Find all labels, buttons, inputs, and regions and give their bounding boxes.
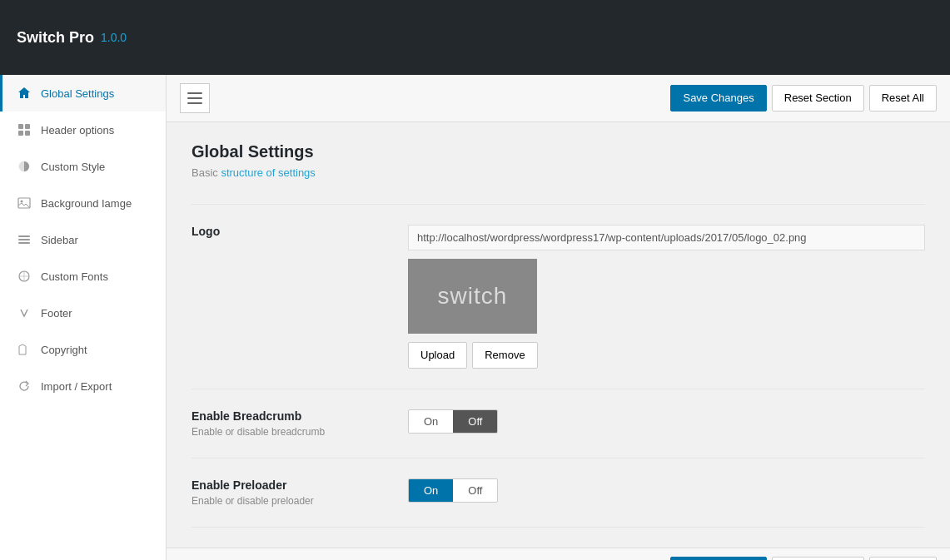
svg-rect-12 xyxy=(187,92,202,94)
sidebar-item-header-options[interactable]: Header options xyxy=(0,112,166,148)
sidebar-label-sidebar: Sidebar xyxy=(41,234,78,246)
lines-icon xyxy=(16,231,32,248)
svg-point-6 xyxy=(21,201,23,203)
reset-all-button-bottom[interactable]: Reset All xyxy=(869,557,937,560)
sidebar-label-custom-style: Custom Style xyxy=(41,161,105,173)
sidebar-label-custom-fonts: Custom Fonts xyxy=(41,270,108,283)
copyright-icon xyxy=(16,341,32,358)
preloader-off-button[interactable]: Off xyxy=(453,479,497,502)
logo-preview-text: switch xyxy=(438,283,508,310)
svg-rect-2 xyxy=(18,131,23,136)
svg-rect-3 xyxy=(25,131,30,136)
sidebar-label-footer: Footer xyxy=(41,307,72,320)
sidebar-label-import-export: Import / Export xyxy=(41,380,112,393)
preloader-setting-row: Enable Preloader Enable or disable prelo… xyxy=(191,458,925,528)
breadcrumb-label: Enable Breadcrumb xyxy=(191,409,408,423)
breadcrumb-label-col: Enable Breadcrumb Enable or disable brea… xyxy=(191,409,408,438)
reset-all-button-top[interactable]: Reset All xyxy=(869,85,937,112)
layout: Global Settings Header options xyxy=(0,75,950,560)
preloader-desc-text: Enable or disable preloader xyxy=(191,495,314,507)
sidebar-item-global-settings[interactable]: Global Settings xyxy=(0,75,166,112)
preloader-label: Enable Preloader xyxy=(191,478,408,492)
logo-preview: switch xyxy=(408,259,537,334)
sidebar-item-custom-fonts[interactable]: Custom Fonts xyxy=(0,258,166,295)
svg-rect-1 xyxy=(25,124,30,129)
svg-marker-11 xyxy=(19,344,26,354)
logo-url-input[interactable] xyxy=(408,225,925,250)
preloader-desc: Enable or disable preloader xyxy=(191,495,408,507)
circle-half-icon xyxy=(16,158,32,175)
logo-setting-row: Logo switch Upload Remove xyxy=(191,205,925,389)
settings-section: Logo switch Upload Remove xyxy=(191,204,925,528)
sidebar-item-import-export[interactable]: Import / Export xyxy=(0,368,166,404)
sidebar-item-copyright[interactable]: Copyright xyxy=(0,331,166,368)
sidebar-label-global-settings: Global Settings xyxy=(41,87,114,100)
preloader-control: On Off xyxy=(408,478,925,503)
preloader-label-col: Enable Preloader Enable or disable prelo… xyxy=(191,478,408,507)
subtitle-text: Basic xyxy=(191,166,221,179)
save-changes-button-bottom[interactable]: Save Changes xyxy=(670,557,766,560)
topbar: Switch Pro 1.0.0 xyxy=(0,0,950,75)
breadcrumb-on-button[interactable]: On xyxy=(409,410,453,433)
reset-section-button-bottom[interactable]: Reset Section xyxy=(772,557,864,560)
save-changes-button-top[interactable]: Save Changes xyxy=(670,85,766,112)
sidebar-label-background-image: Background Iamge xyxy=(41,197,132,210)
svg-rect-14 xyxy=(187,102,202,104)
logo-label-col: Logo xyxy=(191,225,408,241)
sidebar-label-copyright: Copyright xyxy=(41,344,87,356)
sidebar: Global Settings Header options xyxy=(0,75,167,560)
logo-buttons: Upload Remove xyxy=(408,342,925,369)
image-icon xyxy=(16,195,32,211)
preloader-toggle-group: On Off xyxy=(408,478,498,503)
preloader-on-button[interactable]: On xyxy=(409,479,453,502)
svg-rect-9 xyxy=(18,242,30,244)
menu-icon-button[interactable] xyxy=(180,83,210,113)
sidebar-item-footer[interactable]: Footer xyxy=(0,295,166,331)
font-icon xyxy=(16,268,32,285)
sidebar-item-sidebar[interactable]: Sidebar xyxy=(0,221,166,258)
content-area: Global Settings Basic structure of setti… xyxy=(167,122,950,548)
reset-section-button-top[interactable]: Reset Section xyxy=(772,85,864,112)
svg-rect-13 xyxy=(187,97,202,99)
app-version: 1.0.0 xyxy=(101,31,127,44)
home-icon xyxy=(16,85,32,102)
breadcrumb-desc: Enable or disable breadcrumb xyxy=(191,426,408,438)
top-toolbar: Save Changes Reset Section Reset All xyxy=(167,75,950,122)
subtitle-link[interactable]: structure of settings xyxy=(221,166,315,179)
breadcrumb-control: On Off xyxy=(408,409,925,434)
upload-button[interactable]: Upload xyxy=(408,342,467,369)
remove-button[interactable]: Remove xyxy=(472,342,537,369)
page-subtitle: Basic structure of settings xyxy=(191,166,925,179)
svg-rect-8 xyxy=(18,239,30,240)
page-title: Global Settings xyxy=(191,142,925,161)
main-panel: Save Changes Reset Section Reset All Glo… xyxy=(167,75,950,560)
sidebar-item-custom-style[interactable]: Custom Style xyxy=(0,148,166,185)
footer-icon xyxy=(16,305,32,321)
logo-control: switch Upload Remove xyxy=(408,225,925,369)
grid-icon xyxy=(16,121,32,138)
app-title: Switch Pro xyxy=(17,29,94,47)
logo-label: Logo xyxy=(191,225,408,238)
breadcrumb-toggle-group: On Off xyxy=(408,409,498,434)
sidebar-item-background-image[interactable]: Background Iamge xyxy=(0,185,166,221)
svg-rect-7 xyxy=(18,235,30,237)
breadcrumb-setting-row: Enable Breadcrumb Enable or disable brea… xyxy=(191,389,925,458)
breadcrumb-desc-text: Enable or disable breadcrumb xyxy=(191,426,325,438)
sidebar-label-header-options: Header options xyxy=(41,124,114,136)
svg-rect-0 xyxy=(18,124,23,129)
refresh-icon xyxy=(16,378,32,394)
bottom-toolbar: Save Changes Reset Section Reset All xyxy=(167,548,950,560)
breadcrumb-off-button[interactable]: Off xyxy=(453,410,497,433)
